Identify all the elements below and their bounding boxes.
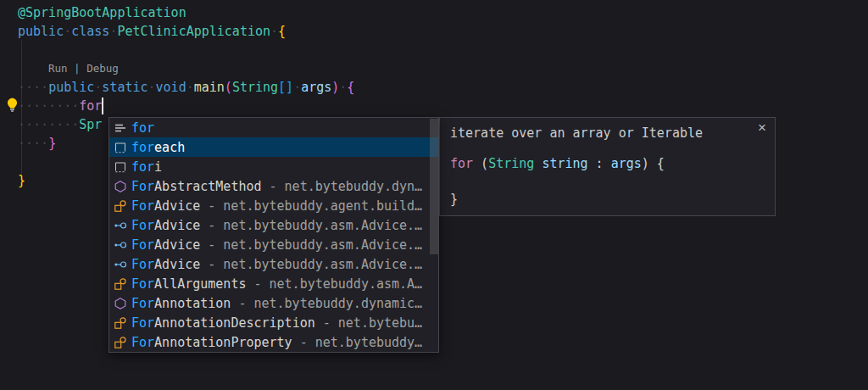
suggest-rest-text: Advice	[154, 218, 200, 233]
token-bracket_blue: []	[278, 80, 293, 95]
suggest-match-text: For	[131, 237, 154, 253]
snippet-icon	[114, 160, 127, 174]
suggest-match-text: For	[131, 315, 154, 331]
suggest-label: fori	[131, 159, 162, 175]
suggest-detail: - net.bytebuddy.dynamic…	[238, 296, 430, 311]
suggest-item[interactable]: ForAdvice- net.bytebuddy.asm.Advice.…	[109, 215, 438, 235]
suggest-label: ForAllArguments	[131, 276, 246, 292]
code-line: public·class·PetClinicApplication·{	[18, 22, 354, 41]
suggest-label: ForAdvice	[131, 257, 200, 272]
code-line: ········for	[18, 97, 354, 115]
codelens-run-link[interactable]: Run	[48, 62, 68, 75]
suggest-item[interactable]: ForAnnotationDescription- net.bytebu…	[109, 313, 438, 332]
token-bracket_gold: }	[18, 173, 25, 188]
suggest-label: ForAnnotationProperty	[131, 335, 292, 350]
suggest-rest-text: Advice	[154, 198, 200, 214]
suggest-label: foreach	[131, 140, 185, 155]
token-plain: ) {	[642, 156, 665, 171]
token-whitespace: ·	[339, 80, 347, 95]
close-icon[interactable]: ×	[758, 120, 766, 135]
suggest-item[interactable]: fori	[109, 157, 438, 176]
suggest-label: ForAbstractMethod	[131, 179, 262, 194]
token-keyword: class	[71, 24, 109, 39]
suggest-rest-text: each	[154, 140, 185, 155]
codelens-separator: |	[68, 62, 87, 75]
suggest-match-text: For	[131, 296, 154, 311]
token-whitespace: ········	[18, 117, 79, 132]
suggest-rest-text: AnnotationProperty	[154, 335, 292, 350]
suggest-detail: - net.bytebuddy.agent.build…	[208, 198, 430, 214]
code-line	[450, 173, 665, 191]
token-bracket_pink: {	[347, 80, 354, 95]
lightbulb-icon[interactable]	[4, 97, 20, 113]
suggest-rest-text: AllArguments	[154, 276, 246, 292]
suggest-match-text: for	[131, 159, 154, 175]
token-function: main	[194, 80, 225, 95]
suggest-item[interactable]: ForAbstractMethod- net.bytebuddy.dyn…	[109, 176, 438, 196]
suggest-item[interactable]: ForAnnotationProperty- net.bytebuddy…	[109, 332, 438, 352]
codelens: Run | Debug	[18, 59, 354, 78]
token-bracket_pink: )	[331, 80, 339, 95]
field-icon	[114, 238, 127, 252]
code-line	[18, 41, 354, 59]
suggest-item-selected[interactable]: foreach	[109, 137, 438, 157]
token-type: Spr	[79, 117, 102, 132]
token-bracket_pink: }	[48, 136, 56, 151]
class-icon	[114, 336, 127, 349]
token-plain: }	[450, 192, 458, 207]
suggest-match-text: For	[131, 276, 154, 292]
suggest-detail: - net.bytebuddy.dyn…	[270, 179, 430, 194]
code-line: }	[450, 191, 665, 209]
snippet-icon	[114, 141, 127, 154]
field-icon	[114, 219, 127, 232]
suggest-match-text: For	[131, 179, 154, 194]
token-bracket_pink: (	[225, 80, 232, 95]
suggest-item[interactable]: ForAdvice- net.bytebuddy.agent.build…	[109, 196, 438, 215]
suggest-label: ForAnnotation	[131, 296, 231, 311]
editor[interactable]: @SpringBootApplicationpublic·class·PetCl…	[0, 0, 868, 390]
token-whitespace: ·	[270, 24, 278, 39]
suggest-list: forforeachforiForAbstractMethod- net.byt…	[109, 118, 438, 352]
token-whitespace: ····	[18, 136, 48, 151]
docs-code: for (String string : args) {}	[450, 155, 665, 209]
suggest-label: for	[131, 120, 154, 136]
token-whitespace: ·	[64, 24, 71, 39]
token-bracket_gold: {	[278, 24, 286, 39]
token-keyword: public	[48, 80, 94, 95]
suggest-item[interactable]: for	[109, 118, 438, 137]
keyword-icon	[114, 121, 127, 135]
token-variable: args	[301, 80, 331, 95]
class-icon	[114, 277, 127, 291]
token-keyword: public	[18, 24, 64, 39]
method-icon	[114, 180, 127, 193]
suggest-match-text: For	[131, 198, 154, 214]
docs-summary: iterate over an array or Iterable	[450, 125, 703, 141]
field-icon	[114, 258, 127, 271]
token-whitespace: ····	[18, 80, 48, 95]
token-type: String	[232, 80, 278, 95]
token-keyword: void	[156, 80, 186, 95]
code-line: @SpringBootApplication	[18, 3, 354, 22]
token-variable: args	[611, 156, 642, 171]
token-whitespace: ·	[94, 80, 102, 95]
suggest-scrollbar[interactable]	[430, 119, 438, 254]
codelens-debug-link[interactable]: Debug	[86, 62, 119, 75]
suggest-docs-panel: iterate over an array or Iterable × for …	[439, 117, 776, 216]
suggest-label: ForAdvice	[131, 237, 200, 253]
token-whitespace: ·	[186, 80, 194, 95]
suggest-item[interactable]: ForAllArguments- net.bytebuddy.asm.A…	[109, 274, 438, 293]
token-annotation: @SpringBootApplication	[18, 5, 186, 20]
suggest-item[interactable]: ForAdvice- net.bytebuddy.asm.Advice.…	[109, 254, 438, 274]
token-type: PetClinicApplication	[117, 24, 270, 39]
suggest-widget: forforeachforiForAbstractMethod- net.byt…	[108, 117, 439, 353]
method-icon	[114, 297, 127, 310]
code-line: ····public·static·void·main(String[]·arg…	[18, 78, 354, 97]
suggest-item[interactable]: ForAnnotation- net.bytebuddy.dynamic…	[109, 293, 438, 313]
suggest-detail: - net.bytebuddy.asm.A…	[253, 276, 430, 292]
token-plain: :	[588, 156, 611, 171]
suggest-rest-text: AbstractMethod	[154, 179, 261, 194]
suggest-item[interactable]: ForAdvice- net.bytebuddy.asm.Advice.…	[109, 235, 438, 254]
suggest-label: ForAnnotationDescription	[131, 315, 315, 331]
token-keyword: static	[102, 80, 147, 95]
suggest-rest-text: i	[154, 159, 162, 175]
